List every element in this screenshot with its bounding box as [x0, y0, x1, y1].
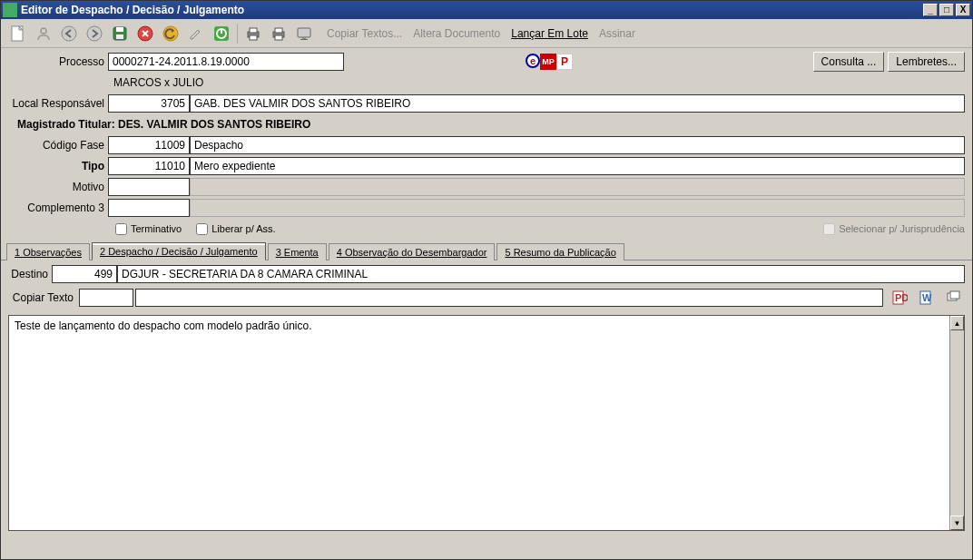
windows-icon[interactable] [943, 288, 965, 308]
consulta-button[interactable]: Consulta ... [813, 52, 885, 72]
toolbar-separator [237, 24, 238, 44]
tab-observacoes[interactable]: 1 Observações [6, 243, 90, 260]
monitor-button[interactable] [292, 22, 316, 45]
window-controls: _ □ X [921, 4, 970, 16]
copiar-texto-desc-input[interactable] [135, 289, 883, 307]
svg-rect-6 [116, 34, 123, 39]
tab-content: Destino Copiar Texto PDF W [1, 260, 972, 315]
maximize-button[interactable]: □ [939, 4, 954, 16]
scroll-up-button[interactable]: ▲ [950, 316, 964, 330]
liberar-checkbox[interactable]: Liberar p/ Ass. [196, 223, 275, 235]
svg-point-1 [41, 28, 46, 34]
magistrado-titular-label: Magistrado Titular: DES. VALMIR DOS SANT… [8, 118, 314, 131]
vertical-scrollbar[interactable]: ▲ ▼ [949, 316, 964, 530]
tab-obs-desembargador[interactable]: 4 Observação do Desembargador [329, 243, 496, 260]
selecionar-jur-label: Selecionar p/ Jurisprudência [839, 223, 965, 234]
editor-content[interactable]: Teste de lançamento do despacho com mode… [9, 316, 964, 336]
tab-ementa[interactable]: 3 Ementa [268, 243, 327, 260]
svg-rect-26 [950, 291, 959, 299]
selecionar-jurisprudencia-checkbox: Selecionar p/ Jurisprudência [823, 223, 965, 235]
svg-rect-17 [275, 35, 282, 40]
back-button[interactable] [57, 22, 81, 45]
codigo-fase-label: Código Fase [8, 139, 108, 152]
tab-resumo-publicacao[interactable]: 5 Resumo da Publicação [496, 243, 624, 260]
svg-rect-13 [250, 28, 257, 33]
motivo-code-input[interactable] [108, 178, 190, 196]
codigo-fase-desc-input[interactable] [190, 136, 965, 154]
close-button[interactable]: X [956, 4, 970, 16]
partes-text: MARCOS x JULIO [108, 76, 203, 89]
terminativo-label: Terminativo [131, 223, 182, 234]
undo-button[interactable] [159, 22, 182, 45]
window-titlebar: Editor de Despacho / Decisão / Julgament… [1, 1, 972, 19]
destino-label: Destino [8, 268, 52, 280]
sign-link[interactable]: Assinar [599, 27, 635, 40]
badge-mp-icon: MP [540, 54, 556, 70]
local-responsavel-code-input[interactable] [108, 94, 190, 113]
local-responsavel-desc-input[interactable] [190, 94, 965, 113]
tipo-desc-input[interactable] [190, 157, 965, 175]
forward-button[interactable] [83, 22, 106, 45]
lembretes-button[interactable]: Lembretes... [888, 52, 965, 72]
svg-rect-19 [302, 37, 306, 39]
motivo-label: Motivo [8, 181, 108, 193]
tipo-label: Tipo [8, 160, 108, 172]
form-area: Processo e MP P Consulta ... Lembretes..… [1, 48, 972, 241]
badge-p-icon: P [556, 54, 573, 70]
new-button[interactable] [6, 22, 30, 45]
scroll-down-button[interactable]: ▼ [950, 516, 964, 530]
svg-point-3 [87, 26, 102, 41]
svg-rect-16 [275, 28, 282, 33]
user-button[interactable] [32, 22, 55, 45]
svg-rect-18 [298, 28, 310, 37]
main-toolbar: Copiar Textos... Altera Documento Lançar… [1, 19, 972, 48]
terminativo-checkbox[interactable]: Terminativo [115, 223, 182, 235]
destino-desc-input[interactable] [117, 265, 965, 283]
copiar-texto-label: Copiar Texto [8, 291, 77, 304]
complemento3-desc-input [190, 199, 965, 217]
complemento3-label: Complemento 3 [8, 201, 108, 214]
print-button[interactable] [241, 22, 265, 45]
badge-group: e MP P [526, 54, 573, 70]
copiar-texto-code-input[interactable] [79, 289, 133, 307]
svg-rect-20 [300, 39, 308, 40]
svg-rect-14 [250, 35, 257, 40]
processo-label: Processo [8, 55, 108, 68]
alter-document-link[interactable]: Altera Documento [413, 27, 500, 40]
tab-despacho[interactable]: 2 Despacho / Decisão / Julgamento [92, 242, 266, 260]
power-button[interactable] [210, 22, 233, 45]
codigo-fase-code-input[interactable] [108, 136, 190, 154]
svg-text:PDF: PDF [895, 292, 908, 303]
save-button[interactable] [108, 22, 132, 45]
text-editor[interactable]: Teste de lançamento do despacho com mode… [8, 315, 965, 531]
processo-input[interactable] [108, 53, 344, 71]
word-export-icon[interactable]: W [916, 288, 938, 308]
destino-code-input[interactable] [52, 265, 117, 283]
pdf-export-icon[interactable]: PDF [889, 288, 910, 308]
svg-point-2 [62, 26, 76, 41]
tab-bar: 1 Observações 2 Despacho / Decisão / Jul… [1, 241, 972, 260]
cancel-button[interactable] [133, 22, 157, 45]
print-preview-button[interactable] [267, 22, 290, 45]
badge-e-icon: e [526, 54, 540, 68]
window-title: Editor de Despacho / Decisão / Julgament… [21, 4, 921, 16]
batch-launch-link[interactable]: Lançar Em Lote [511, 27, 588, 40]
complemento3-code-input[interactable] [108, 199, 190, 217]
svg-text:W: W [922, 292, 932, 303]
edit-button[interactable] [184, 22, 208, 45]
svg-rect-5 [116, 27, 123, 32]
copy-texts-link[interactable]: Copiar Textos... [327, 27, 402, 40]
minimize-button[interactable]: _ [923, 4, 938, 16]
motivo-desc-input [190, 178, 965, 196]
local-responsavel-label: Local Responsável [8, 97, 108, 110]
tipo-code-input[interactable] [108, 157, 190, 175]
app-icon [3, 3, 17, 17]
liberar-label: Liberar p/ Ass. [211, 223, 275, 234]
